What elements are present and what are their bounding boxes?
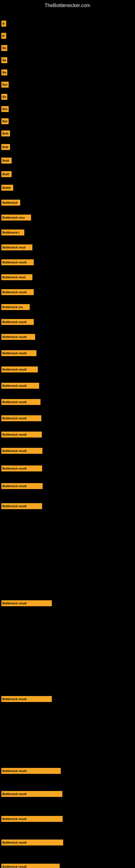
- bar-label: Bottleneck result: [1, 367, 38, 372]
- bar-row: Bottleneck result: [1, 864, 60, 868]
- bar-row: Bottleneck resul: [1, 244, 32, 250]
- bar-label: Bottleneck: [1, 199, 20, 206]
- bar-label: Bo: [1, 57, 7, 63]
- bar-row: Bottleneck result: [1, 503, 42, 509]
- bar-label: Bottleneck result: [1, 503, 42, 509]
- bar-row: Bottleneck result: [1, 289, 34, 295]
- bar-label: Bottleneck result: [1, 839, 63, 845]
- bar-label: Bottleneck result: [1, 448, 42, 454]
- bar-label: Bottleneck resul: [1, 274, 32, 280]
- bar-label: Bottleneck result: [1, 334, 35, 340]
- bar-label: Bo: [1, 94, 7, 100]
- bar-label: Bottle: [1, 185, 13, 191]
- bar-row: Bottleneck result: [1, 399, 41, 405]
- bar-label: Bottleneck result: [1, 319, 34, 325]
- bar-row: Bottle: [1, 185, 13, 191]
- bar-label: Bot: [1, 82, 9, 88]
- bar-row: Bottleneck resu: [1, 215, 31, 220]
- bar-row: Bottleneck result: [1, 334, 35, 340]
- bar-label: Bottleneck resu: [1, 215, 31, 220]
- bar-label: Bottl: [1, 158, 12, 163]
- bar-row: Bottleneck result: [1, 259, 34, 265]
- bar-row: Bottleneck result: [1, 319, 34, 325]
- bar-label: Bo: [1, 69, 7, 75]
- bar-label: Bottleneck r: [1, 229, 24, 236]
- bar-row: Bottleneck result: [1, 768, 61, 774]
- bar-label: Bottleneck result: [1, 432, 42, 437]
- bar-label: Bo: [1, 45, 7, 51]
- bar-row: Bot: [1, 82, 9, 88]
- bar-label: Bottleneck result: [1, 259, 34, 265]
- bars-container: BBBoBoBoBotBoBotBotBottBottBottlBottlBot…: [0, 10, 135, 868]
- bar-row: Bottleneck res: [1, 304, 30, 310]
- bar-label: Bot: [1, 106, 9, 112]
- bar-row: Bottleneck resul: [1, 274, 32, 280]
- bar-label: Bottleneck result: [1, 399, 41, 405]
- bar-row: Bott: [1, 130, 10, 136]
- bar-row: Bot: [1, 118, 9, 124]
- bar-row: Bottleneck result: [1, 432, 42, 437]
- bar-label: Bot: [1, 118, 9, 124]
- bar-label: Bottleneck res: [1, 304, 30, 310]
- bar-label: Bottleneck result: [1, 600, 52, 606]
- bar-label: Bottleneck result: [1, 696, 52, 702]
- bar-row: Bo: [1, 69, 7, 75]
- bar-label: Bottl: [1, 171, 12, 177]
- bar-label: Bottleneck result: [1, 816, 63, 822]
- bar-label: Bottleneck result: [1, 483, 43, 489]
- bar-row: Bottleneck result: [1, 600, 52, 606]
- bar-row: B: [1, 21, 6, 27]
- bar-label: Bottleneck result: [1, 289, 34, 295]
- bar-label: Bottleneck resul: [1, 244, 32, 250]
- bar-label: Bottleneck result: [1, 864, 60, 868]
- bar-label: Bottleneck result: [1, 791, 62, 797]
- bar-row: Bottleneck result: [1, 816, 63, 822]
- bar-label: Bottleneck result: [1, 350, 37, 356]
- bar-row: Bo: [1, 94, 7, 100]
- bar-row: Bottleneck result: [1, 367, 38, 372]
- bar-row: Bott: [1, 144, 10, 150]
- bar-row: Bottleneck result: [1, 696, 52, 702]
- bar-row: B: [1, 33, 6, 39]
- bar-row: Bottl: [1, 171, 12, 177]
- bar-row: Bottleneck result: [1, 839, 63, 845]
- bar-row: Bottleneck: [1, 199, 20, 206]
- site-title: TheBottlenecker.com: [0, 0, 135, 10]
- bar-row: Bottleneck result: [1, 383, 39, 389]
- bar-row: Bottleneck result: [1, 448, 42, 454]
- bar-row: Bottleneck result: [1, 483, 43, 489]
- bar-row: Bottleneck result: [1, 415, 41, 421]
- bar-row: Bottl: [1, 158, 12, 163]
- bar-row: Bottleneck result: [1, 465, 42, 471]
- bar-row: Bo: [1, 57, 7, 63]
- bar-row: Bot: [1, 106, 9, 112]
- bar-label: B: [1, 33, 6, 39]
- bar-label: B: [1, 21, 6, 27]
- bar-row: Bottleneck result: [1, 791, 62, 797]
- bar-label: Bott: [1, 130, 10, 136]
- bar-row: Bottleneck result: [1, 350, 37, 356]
- bar-label: Bott: [1, 144, 10, 150]
- bar-label: Bottleneck result: [1, 465, 42, 471]
- bar-label: Bottleneck result: [1, 768, 61, 774]
- bar-label: Bottleneck result: [1, 415, 41, 421]
- bar-row: Bo: [1, 45, 7, 51]
- bar-row: Bottleneck r: [1, 229, 24, 236]
- bar-label: Bottleneck result: [1, 383, 39, 389]
